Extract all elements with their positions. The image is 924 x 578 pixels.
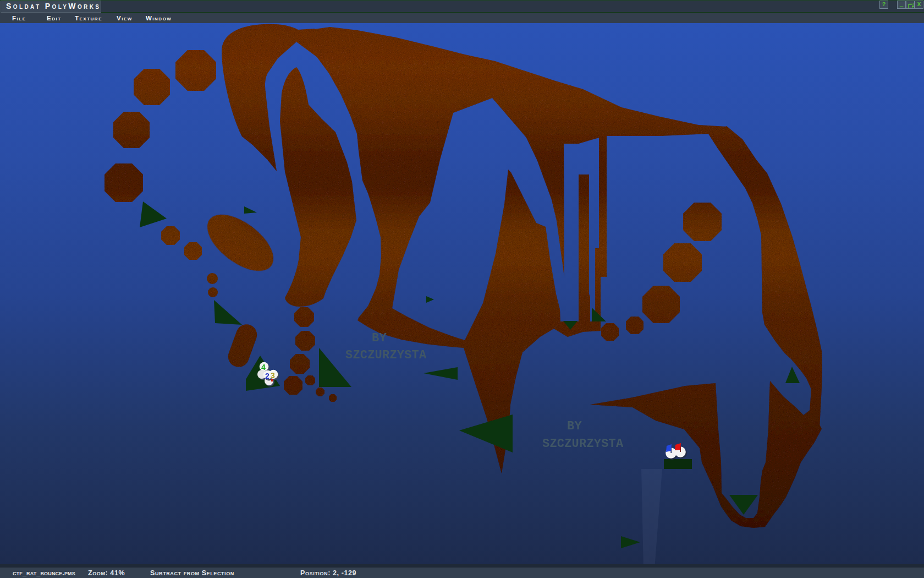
svg-text:3: 3 (271, 371, 275, 380)
svg-text:SZCZURZYSTA: SZCZURZYSTA (345, 348, 427, 362)
svg-text:BY: BY (567, 419, 582, 433)
svg-text:2: 2 (265, 372, 270, 380)
svg-text:SZCZURZYSTA: SZCZURZYSTA (542, 437, 624, 451)
svg-text:BY: BY (372, 331, 387, 345)
svg-text:4: 4 (261, 363, 266, 372)
